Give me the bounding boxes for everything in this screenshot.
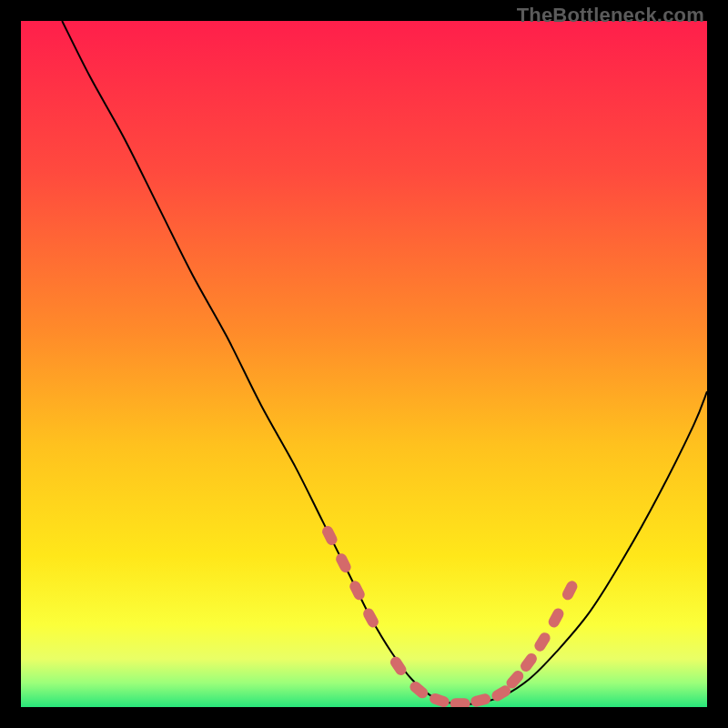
plot-area: [21, 21, 707, 707]
watermark-text: TheBottleneck.com: [517, 4, 704, 27]
curve-marker: [450, 698, 470, 707]
plot-svg: [21, 21, 707, 707]
chart-stage: TheBottleneck.com: [0, 0, 728, 728]
